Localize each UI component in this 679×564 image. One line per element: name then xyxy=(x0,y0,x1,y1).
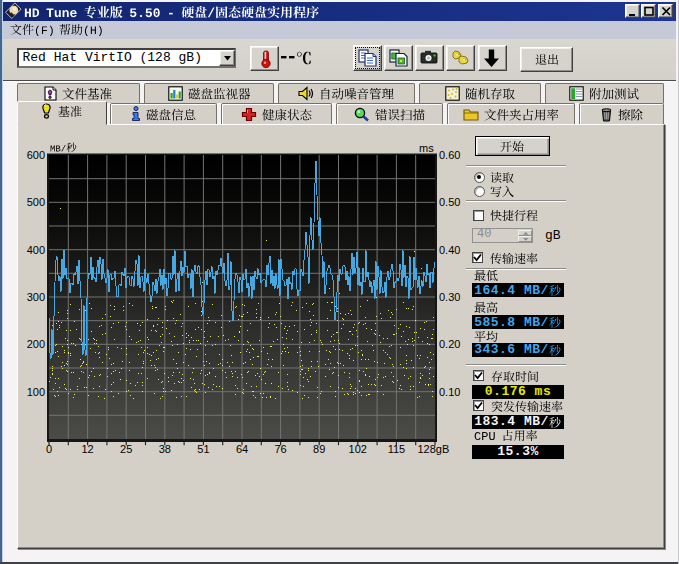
svg-text:600: 600 xyxy=(27,149,45,161)
svg-text:128gB: 128gB xyxy=(418,443,450,455)
svg-text:0.10: 0.10 xyxy=(439,386,460,398)
svg-text:102: 102 xyxy=(349,443,367,455)
svg-text:115: 115 xyxy=(388,443,406,455)
svg-text:38: 38 xyxy=(159,443,171,455)
svg-text:300: 300 xyxy=(27,291,45,303)
svg-text:0.50: 0.50 xyxy=(439,196,460,208)
svg-text:64: 64 xyxy=(236,443,248,455)
svg-text:0.60: 0.60 xyxy=(439,149,460,161)
svg-text:200: 200 xyxy=(27,338,45,350)
svg-text:51: 51 xyxy=(197,443,209,455)
svg-text:12: 12 xyxy=(81,443,93,455)
svg-text:100: 100 xyxy=(27,386,45,398)
svg-text:76: 76 xyxy=(274,443,286,455)
svg-text:0.30: 0.30 xyxy=(439,291,460,303)
svg-text:500: 500 xyxy=(27,196,45,208)
svg-text:0: 0 xyxy=(46,443,52,455)
svg-text:0.20: 0.20 xyxy=(439,338,460,350)
svg-text:400: 400 xyxy=(27,244,45,256)
svg-text:0.40: 0.40 xyxy=(439,244,460,256)
svg-text:89: 89 xyxy=(313,443,325,455)
svg-text:25: 25 xyxy=(120,443,132,455)
